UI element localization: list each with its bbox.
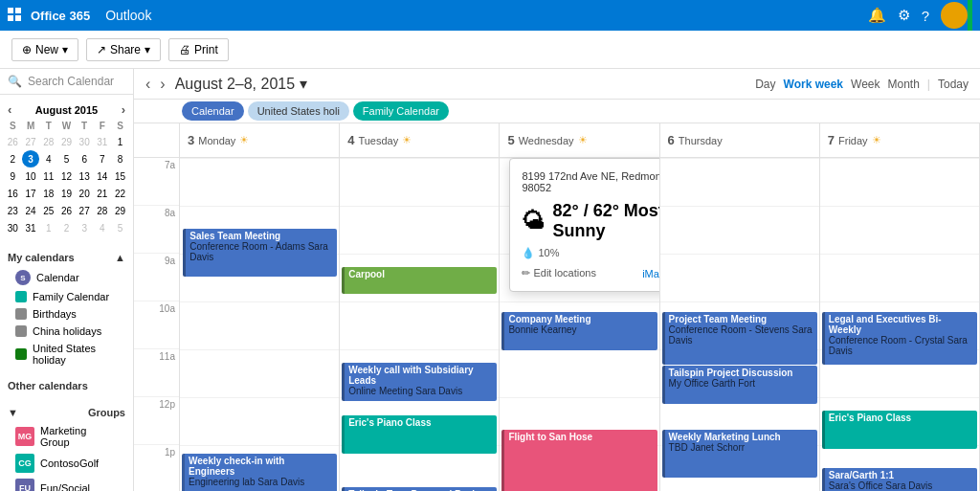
- sidebar-calendar-item[interactable]: China holidays: [8, 323, 125, 340]
- mini-cal-day[interactable]: 11: [39, 167, 57, 185]
- event-subtitle: TBD Janet Schorr: [669, 442, 813, 453]
- mini-cal-day[interactable]: 2: [57, 219, 76, 236]
- prev-month-button[interactable]: ‹: [8, 102, 11, 117]
- mini-cal-day[interactable]: 21: [94, 185, 112, 202]
- mini-cal-day[interactable]: 12: [57, 167, 76, 185]
- mini-cal-day[interactable]: 23: [4, 202, 22, 219]
- calendar-event[interactable]: Weekly check-in with EngineersEngineerin…: [182, 454, 337, 491]
- view-today[interactable]: Today: [938, 78, 969, 91]
- calendar-event[interactable]: Sara/Garth 1:1Sara's Office Sara Davis: [822, 468, 977, 491]
- mini-cal-day[interactable]: 3: [76, 219, 94, 236]
- mini-cal-day[interactable]: 6: [76, 150, 94, 167]
- other-calendars-header[interactable]: Other calendars: [8, 376, 125, 395]
- cal-title: August 2–8, 2015 ▾: [175, 75, 307, 93]
- mini-cal-day[interactable]: 1: [111, 133, 129, 150]
- group-item[interactable]: MGMarketing Group: [8, 422, 125, 451]
- sidebar-calendar-item[interactable]: SCalendar: [8, 267, 125, 288]
- calendar-event[interactable]: Tailspin Project DiscussionMy Office Gar…: [662, 366, 817, 404]
- mini-cal-day[interactable]: 26: [4, 133, 22, 150]
- mini-cal-day[interactable]: 20: [76, 185, 94, 202]
- mini-cal-day[interactable]: 27: [76, 202, 94, 219]
- calendar-event[interactable]: Carpool: [342, 267, 497, 294]
- mini-cal-day[interactable]: 9: [4, 167, 22, 185]
- mini-calendar: ‹ August 2015 › SMTWTFS 2627282930311234…: [0, 95, 133, 242]
- mini-cal-day[interactable]: 22: [111, 185, 129, 202]
- next-week-button[interactable]: ›: [160, 76, 165, 93]
- weather-address: 8199 172nd Ave NE, Redmond, WA 98052: [522, 170, 659, 193]
- mini-cal-day[interactable]: 1: [39, 219, 57, 236]
- mini-cal-day[interactable]: 30: [4, 219, 22, 236]
- us-holidays-tab[interactable]: United States holi: [248, 101, 349, 121]
- map-weather-link[interactable]: iMap Weather: [642, 268, 659, 279]
- mini-cal-day[interactable]: 15: [111, 167, 129, 185]
- mini-cal-day[interactable]: 4: [94, 219, 112, 236]
- mini-cal-day[interactable]: 14: [94, 167, 112, 185]
- calendar-event[interactable]: Eric's Piano Class: [342, 415, 497, 454]
- next-month-button[interactable]: ›: [122, 102, 125, 117]
- mini-cal-day[interactable]: 28: [94, 202, 112, 219]
- my-calendars-header[interactable]: My calendars ▲: [8, 248, 125, 267]
- mini-cal-day[interactable]: 5: [57, 150, 76, 167]
- mini-cal-day[interactable]: 29: [57, 133, 76, 150]
- search-bar[interactable]: 🔍 Search Calendar: [0, 69, 133, 95]
- view-workweek[interactable]: Work week: [784, 78, 843, 91]
- view-day[interactable]: Day: [755, 78, 775, 91]
- settings-icon[interactable]: ⚙: [898, 7, 910, 24]
- mini-cal-day[interactable]: 10: [22, 167, 40, 185]
- calendar-event[interactable]: Eric's Piano Class: [822, 411, 977, 449]
- mini-cal-day[interactable]: 18: [39, 185, 57, 202]
- calendar-event[interactable]: Weekly call with Subsidiary LeadsOnline …: [342, 363, 497, 401]
- calendar-event[interactable]: Company MeetingBonnie Kearney: [501, 312, 657, 350]
- sidebar-calendar-item[interactable]: Birthdays: [8, 305, 125, 323]
- mini-cal-day[interactable]: 7: [94, 150, 112, 167]
- mini-cal-day[interactable]: 3: [22, 150, 40, 167]
- mini-cal-day[interactable]: 5: [111, 219, 129, 236]
- mini-cal-day[interactable]: 19: [57, 185, 76, 202]
- calendar-event[interactable]: Sales Team MeetingConference Room - Adam…: [183, 229, 337, 277]
- group-item[interactable]: FUFun/Social: [8, 476, 125, 491]
- sidebar-calendar-item[interactable]: United States holiday: [8, 340, 125, 368]
- brand-label: Office 365: [31, 9, 90, 23]
- view-week[interactable]: Week: [851, 78, 880, 91]
- event-title: Flight to San Hose: [508, 432, 653, 442]
- calendar-event[interactable]: Project Team MeetingConference Room - St…: [662, 312, 817, 365]
- mini-cal-day[interactable]: 8: [111, 150, 129, 167]
- calendar-event[interactable]: Tailspin Toys Proposal Review + LunchUmi…: [342, 487, 497, 491]
- prev-week-button[interactable]: ‹: [145, 76, 150, 93]
- day-number: 3: [188, 133, 194, 147]
- mini-cal-day[interactable]: 17: [22, 185, 40, 202]
- mini-cal-day[interactable]: 13: [76, 167, 94, 185]
- mini-cal-day[interactable]: 4: [39, 150, 57, 167]
- grid-line: [340, 158, 499, 159]
- share-button[interactable]: ↗ Share ▾: [86, 38, 161, 61]
- notifications-icon[interactable]: 🔔: [868, 7, 886, 24]
- help-icon[interactable]: ?: [922, 8, 929, 24]
- cal-title-dropdown[interactable]: ▾: [300, 76, 307, 92]
- edit-locations-button[interactable]: ✏ Edit locations: [522, 267, 595, 279]
- mini-cal-day[interactable]: 25: [39, 202, 57, 219]
- calendar-tab[interactable]: Calendar: [182, 101, 244, 121]
- sidebar-calendar-item[interactable]: Family Calendar: [8, 288, 125, 305]
- calendar-event[interactable]: Legal and Executives Bi-WeeklyConference…: [822, 312, 977, 365]
- mini-cal-day[interactable]: 28: [39, 133, 57, 150]
- calendar-event[interactable]: Flight to San Hose: [501, 430, 657, 491]
- my-calendars-label: My calendars: [8, 252, 75, 263]
- view-month[interactable]: Month: [887, 78, 919, 91]
- mini-cal-day[interactable]: 26: [57, 202, 76, 219]
- family-calendar-tab[interactable]: Family Calendar: [353, 101, 449, 121]
- group-item[interactable]: CGContosoGolf: [8, 451, 125, 476]
- mini-cal-day[interactable]: 16: [4, 185, 22, 202]
- mini-cal-day[interactable]: 2: [4, 150, 22, 167]
- groups-header[interactable]: ▼ Groups: [8, 403, 125, 422]
- mini-cal-day[interactable]: 24: [22, 202, 40, 219]
- avatar[interactable]: [941, 2, 968, 29]
- print-button[interactable]: 🖨 Print: [168, 38, 229, 61]
- app-grid-icon[interactable]: [8, 8, 23, 23]
- mini-cal-day[interactable]: 27: [22, 133, 40, 150]
- calendar-event[interactable]: Weekly Marketing LunchTBD Janet Schorr: [662, 430, 817, 478]
- mini-cal-day[interactable]: 30: [76, 133, 94, 150]
- new-button[interactable]: ⊕ New ▾: [11, 38, 78, 61]
- mini-cal-day[interactable]: 29: [111, 202, 129, 219]
- mini-cal-day[interactable]: 31: [94, 133, 112, 150]
- mini-cal-day[interactable]: 31: [22, 219, 40, 236]
